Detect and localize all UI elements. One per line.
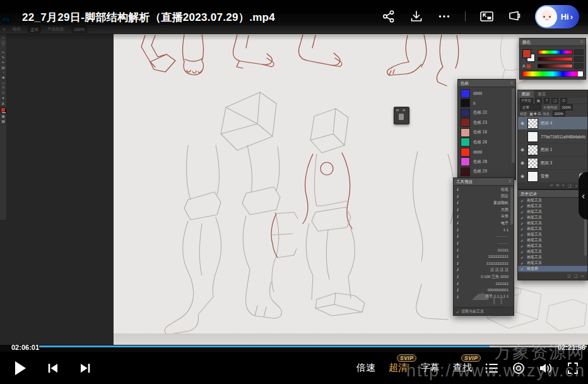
playback-speed-button[interactable]: 倍速 — [356, 362, 375, 374]
tool-preset-label: 111111 — [497, 248, 509, 252]
brush-preset-icon: ✓ — [456, 227, 462, 233]
layer-thumbnail — [527, 118, 538, 129]
tool-preset-label: 大图 — [501, 207, 509, 213]
seek-bar[interactable] — [39, 345, 587, 347]
lock-label: 锁定: — [520, 112, 528, 116]
seek-bar-fill — [39, 345, 490, 347]
brush-preset-icon: ✓ — [456, 246, 462, 253]
find-button[interactable]: 查找 SVIP — [453, 362, 472, 374]
layers-filter-row: P类型▣T❑⊡ — [518, 98, 587, 104]
picture-in-picture-icon — [479, 9, 494, 23]
previous-button[interactable] — [47, 363, 59, 374]
history-state-icon: ✓ — [520, 238, 524, 243]
brush-preset-icon: ✓ — [456, 294, 462, 300]
video-frame[interactable]: Ps ✎ 模式: 正常 不透明度: 100% ＋◻⌒✂✎✏▤◔ ✚◇T▽●◭ ▣… — [0, 0, 588, 352]
history-state-icon: ✓ — [520, 232, 524, 237]
history-state-row: ✓ 画笔工具 — [518, 260, 587, 266]
swatch-row: dddd — [461, 147, 510, 157]
history-state-row: ✓ 画笔工具 — [518, 232, 587, 237]
top-overlay: 22_7月29日-脚部结构解析（直播2023.07.29）.mp4 Hi — [0, 0, 588, 40]
record-button[interactable] — [512, 361, 526, 375]
history-state-label: 画笔工具 — [527, 243, 542, 249]
swatch-color-chip — [461, 138, 470, 147]
more-icon — [437, 9, 451, 23]
history-state-label: 画笔工具 — [527, 249, 542, 255]
brush-preset-icon: ✓ — [456, 207, 462, 213]
history-state-row: ✓ 画笔工具 — [518, 215, 587, 220]
history-state-label: 画笔工具 — [527, 220, 542, 226]
history-state-row: ✓ 画笔工具 — [518, 220, 587, 226]
tool-preset-label: 汉 汉 汉 汉 — [490, 267, 509, 273]
current-time: 02:06:01 — [11, 344, 39, 351]
fullscreen-icon — [567, 362, 579, 375]
subtitles-button[interactable]: 字幕 — [421, 362, 440, 374]
picture-in-picture-button[interactable] — [479, 9, 493, 23]
tool-preset-row: ✓ 铅笔 — [454, 186, 514, 193]
check-icon: ✓ — [456, 309, 459, 314]
tool-presets-title: 工具预设 — [456, 178, 473, 185]
video-player: Ps ✎ 模式: 正常 不透明度: 100% ＋◻⌒✂✎✏▤◔ ✚◇T▽●◭ ▣… — [0, 0, 588, 384]
account-button[interactable]: Hi › — [535, 5, 579, 28]
play-button[interactable] — [14, 361, 26, 376]
ps-layers-panel: 图层 通道 P类型▣T❑⊡ 正常 不透明度: 100% 锁定: ▦ ✚ ⊡ 填充… — [517, 90, 588, 189]
share-icon — [382, 9, 396, 23]
tool-presets-scrollbar — [510, 187, 513, 225]
swatch-row: 色板 29 — [461, 167, 510, 177]
swatch-color-chip — [461, 157, 470, 166]
swatch-color-chip — [461, 128, 470, 137]
tool-preset-row: ✓ 大图 — [454, 207, 514, 213]
fullscreen-button[interactable] — [567, 362, 579, 375]
swatch-label: 色板 26 — [473, 140, 487, 145]
brush-preset-icon: ✓ — [456, 267, 462, 273]
playlist-drawer-toggle[interactable]: ‹ — [579, 172, 588, 220]
tool-preset-row: ✓ 0 100 三角 2030 — [454, 273, 514, 280]
history-state-row: ✓ 画笔工具 — [518, 237, 587, 243]
volume-button[interactable] — [539, 362, 553, 375]
play-icon — [14, 361, 26, 376]
brush-preset-icon: ✓ — [456, 287, 462, 293]
layer-thumbnail — [527, 158, 538, 169]
history-state-row: ✓ 画笔工具 — [518, 203, 587, 209]
swatch-label: dddd — [473, 150, 482, 154]
history-state-icon: ✓ — [520, 215, 524, 220]
brush-preset-icon: ✓ — [456, 220, 462, 226]
svip-badge: SVIP — [461, 354, 481, 362]
swatch-row: dddd — [461, 88, 510, 99]
more-button[interactable] — [437, 9, 451, 23]
playlist-button[interactable] — [485, 363, 498, 374]
history-panel-footer-icons: ◫❑▭ — [518, 273, 587, 280]
layer-visibility-icon: ◉ — [520, 160, 525, 165]
swatch-list: dddd h 色板 22 色板 23 色板 16 — [458, 87, 515, 177]
platform-cloud-watermark: ☁ TT — [471, 284, 505, 311]
toolbar-divider — [465, 11, 466, 21]
cast-screen-button[interactable] — [507, 9, 521, 23]
brush-preset-icon: ✓ — [456, 213, 462, 219]
history-list: ✓ 画笔工具 ✓ 画笔工具 ✓ 画笔工具 ✓ 画笔工具 ✓ 画笔工具 — [518, 198, 587, 273]
swatch-color-chip — [461, 89, 470, 98]
next-button[interactable] — [79, 363, 91, 374]
brush-preset-icon: ✓ — [456, 233, 462, 239]
tool-preset-row: ✓ 1 1 — [454, 227, 514, 234]
history-state-label: 画笔工具 — [527, 215, 542, 220]
tool-preset-label: 0 100 三角 2030 — [481, 274, 509, 280]
next-icon — [79, 363, 91, 374]
layer-list: ◉ 图层 4 779a71b511a946b4ab4d... ◉ 图层 1 ◉ — [518, 117, 587, 183]
tool-preset-row: ✓ 11111111111 — [454, 253, 514, 260]
history-state-icon: ✓ — [520, 267, 524, 271]
cloud-icon: ☁ — [471, 284, 490, 303]
layer-row: 779a71b511a946b4ab4d... — [518, 130, 587, 143]
color-a-swatch: A — [522, 64, 531, 68]
playlist-icon — [485, 363, 498, 374]
download-icon — [409, 9, 423, 23]
ps-history-panel: 历史记录≡ ✓ 画笔工具 ✓ 画笔工具 ✓ 画笔工具 ✓ 画笔工具 — [517, 189, 588, 280]
brush-preset-icon: ✓ — [456, 260, 462, 267]
share-button[interactable] — [382, 9, 396, 23]
tool-preset-row: ✓ ········· — [454, 240, 514, 247]
chevron-left-icon: ‹ — [582, 191, 585, 201]
control-bar: 倍速 超清 SVIP 字幕 查找 SVIP — [0, 352, 588, 384]
quality-button[interactable]: 超清 SVIP — [389, 362, 408, 374]
tool-preset-label: 固定 — [501, 193, 509, 199]
record-target-icon — [512, 361, 526, 375]
download-button[interactable] — [409, 9, 423, 23]
panel-collapse-icon: ≡ — [509, 178, 511, 185]
